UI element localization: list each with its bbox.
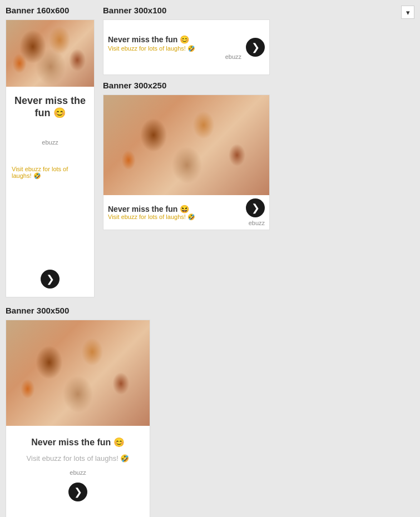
banner-300x500-image bbox=[6, 320, 150, 426]
banner-300x500-tagline: Visit ebuzz for lots of laughs! 🤣 bbox=[27, 454, 130, 463]
banner-300x250-text: Never miss the fun 😆 Visit ebuzz for lot… bbox=[103, 195, 269, 230]
banner-300x100-visit: Visit ebuzz for lots of laughs! 🤣 bbox=[108, 45, 241, 52]
banner-160x600-image bbox=[6, 20, 95, 87]
banner-160x600-title: Banner 160x600 bbox=[6, 6, 95, 15]
banner-300x250-brand: ebuzz bbox=[249, 220, 265, 226]
banner-300x250-image bbox=[103, 95, 270, 195]
banner-160x600-card: Never miss the fun 😊 ebuzz Visit ebuzz f… bbox=[6, 19, 95, 297]
banner-300x250-card: Never miss the fun 😆 Visit ebuzz for lot… bbox=[103, 95, 270, 230]
banner-300x250-headline: Never miss the fun 😆 bbox=[108, 205, 241, 213]
banner-160x600-visit: Visit ebuzz for lots of laughs! 🤣 bbox=[12, 166, 88, 180]
banner-300x500-brand: ebuzz bbox=[70, 469, 86, 476]
banner-300x100-headline: Never miss the fun 😊 bbox=[108, 35, 241, 44]
banner-300x250-visit: Visit ebuzz for lots of laughs! 🤣 bbox=[108, 213, 241, 221]
banner-300x100-card: Never miss the fun 😊 Visit ebuzz for lot… bbox=[103, 19, 270, 75]
banner-300x100-brand: ebuzz bbox=[225, 53, 241, 60]
chevron-down-icon: ▾ bbox=[406, 8, 410, 17]
banner-300x250-title: Banner 300x250 bbox=[103, 81, 270, 90]
banner-160x600-text: Never miss the fun 😊 ebuzz Visit ebuzz f… bbox=[6, 87, 94, 297]
banner-160x600-section: Banner 160x600 Never miss the fun 😊 ebuz… bbox=[6, 6, 95, 297]
banner-300x100-title: Banner 300x100 bbox=[103, 6, 270, 15]
dropdown-button[interactable]: ▾ bbox=[401, 6, 414, 19]
banner-300x100-arrow-button[interactable]: ❯ bbox=[246, 38, 265, 57]
banner-300x250-texts: Never miss the fun 😆 Visit ebuzz for lot… bbox=[108, 205, 241, 221]
banner-300x500-text: Never miss the fun 😊 Visit ebuzz for lot… bbox=[6, 426, 150, 517]
banner-300x250-section: Banner 300x250 Never miss the fun 😆 Visi… bbox=[103, 81, 270, 230]
banner-300x500-headline: Never miss the fun 😊 bbox=[31, 437, 125, 448]
banner-160x600-arrow-button[interactable]: ❯ bbox=[41, 270, 60, 289]
middle-banners: Banner 300x100 Never miss the fun 😊 Visi… bbox=[103, 6, 270, 230]
page-wrapper: ▾ Banner 160x600 Never miss the fun 😊 eb… bbox=[6, 6, 414, 517]
banner-300x100-text: Never miss the fun 😊 Visit ebuzz for lot… bbox=[108, 35, 241, 60]
banner-300x500-arrow-button[interactable]: ❯ bbox=[68, 483, 87, 501]
banner-160x600-headline: Never miss the fun 😊 bbox=[12, 95, 88, 119]
banner-300x500-title: Banner 300x500 bbox=[6, 306, 150, 315]
banner-300x500-card: Never miss the fun 😊 Visit ebuzz for lot… bbox=[6, 320, 150, 517]
banner-300x250-arrow-button[interactable]: ❯ bbox=[246, 198, 265, 217]
banner-300x500-section: Banner 300x500 Never miss the fun 😊 Visi… bbox=[6, 306, 150, 517]
banner-300x100-section: Banner 300x100 Never miss the fun 😊 Visi… bbox=[103, 6, 270, 75]
banner-160x600-brand: ebuzz bbox=[42, 139, 58, 146]
